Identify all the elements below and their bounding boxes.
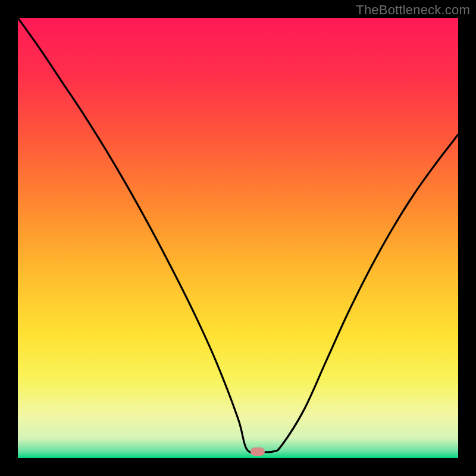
- chart-frame: TheBottleneck.com: [0, 0, 476, 476]
- gradient-background: [18, 18, 458, 458]
- optimal-point-marker: [250, 447, 265, 456]
- watermark-text: TheBottleneck.com: [356, 2, 470, 18]
- bottleneck-plot-svg: [18, 18, 458, 458]
- plot-area: [18, 18, 458, 458]
